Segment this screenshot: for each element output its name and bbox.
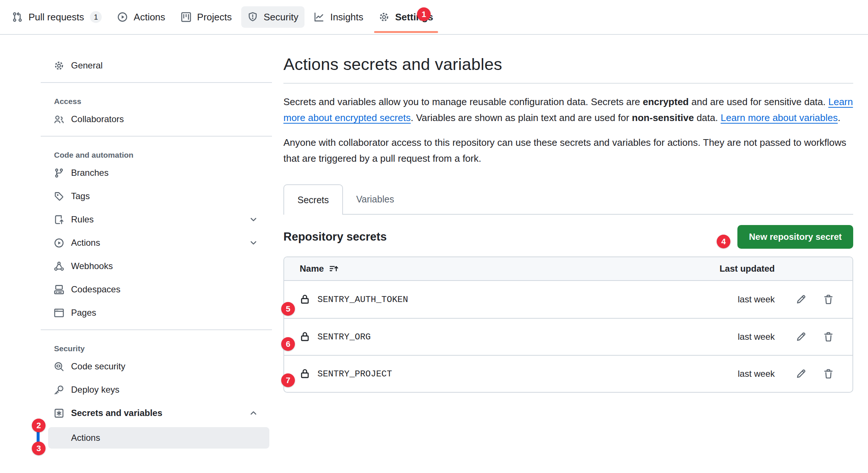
key-asterisk-icon	[54, 408, 64, 418]
sidebar-item-actions[interactable]: Actions	[41, 234, 272, 252]
sidebar-section-security: Security	[41, 340, 272, 358]
tab-pull-requests[interactable]: Pull requests 1	[4, 0, 110, 34]
sidebar-item-label: Code security	[71, 361, 125, 372]
graph-icon	[314, 12, 324, 22]
sidebar-item-label: Webhooks	[71, 261, 113, 271]
intro-text: .	[838, 112, 840, 123]
sidebar-item-deploy-keys[interactable]: Deploy keys	[41, 381, 272, 399]
intro-text: and are used for sensitive data.	[689, 96, 828, 107]
browser-icon	[54, 308, 64, 318]
delete-trash-icon[interactable]	[823, 294, 834, 305]
secret-row: SENTRY_ORG last week	[284, 318, 852, 355]
project-icon	[181, 12, 191, 22]
collaborator-access-paragraph: Anyone with collaborator access to this …	[283, 135, 853, 167]
repository-secrets-header-row: Repository secrets New repository secret	[283, 225, 853, 249]
sidebar-item-branches[interactable]: Branches	[41, 164, 272, 182]
lock-icon	[300, 332, 310, 342]
secret-name-cell: SENTRY_PROJECT	[300, 369, 712, 379]
secret-row-actions	[775, 294, 834, 305]
git-branch-icon	[54, 168, 64, 178]
sidebar-item-label: Branches	[71, 168, 108, 178]
sidebar-divider	[41, 136, 272, 137]
sidebar-item-label: General	[71, 60, 102, 71]
repository-secrets-heading: Repository secrets	[283, 230, 387, 244]
play-icon	[117, 12, 128, 22]
annotation-badge-3: 3	[32, 442, 46, 455]
webhook-icon	[54, 261, 64, 271]
tab-insights[interactable]: Insights	[306, 0, 371, 34]
sidebar-item-pages[interactable]: Pages	[41, 304, 272, 322]
sidebar-item-secrets-and-variables[interactable]: Secrets and variables	[41, 404, 272, 422]
title-divider	[283, 83, 853, 84]
sidebar-subitem-label: Actions	[71, 433, 100, 443]
sidebar-item-label: Collaborators	[71, 114, 124, 124]
secret-name: SENTRY_PROJECT	[317, 369, 392, 379]
non-sensitive-emphasis: non-sensitive	[632, 112, 694, 123]
secret-name-cell: SENTRY_AUTH_TOKEN	[300, 294, 712, 305]
key-icon	[54, 385, 64, 395]
secret-row: SENTRY_PROJECT last week	[284, 355, 852, 392]
annotation-badge-4: 4	[717, 235, 730, 248]
new-repository-secret-button[interactable]: New repository secret	[737, 225, 853, 249]
learn-more-variables-link[interactable]: Learn more about variables	[721, 112, 838, 123]
gear-icon	[379, 12, 389, 22]
secret-name: SENTRY_AUTH_TOKEN	[317, 295, 408, 305]
codescan-icon	[54, 362, 64, 372]
tab-security-label: Security	[264, 11, 299, 23]
secret-updated: last week	[712, 369, 775, 379]
tab-pull-requests-label: Pull requests	[28, 11, 84, 23]
lock-icon	[300, 294, 310, 305]
name-column-label: Name	[300, 264, 324, 274]
intro-text: data.	[694, 112, 720, 123]
sidebar-item-label: Tags	[71, 191, 90, 201]
tag-icon	[54, 191, 64, 201]
tab-actions[interactable]: Actions	[110, 0, 173, 34]
sidebar-item-codespaces[interactable]: Codespaces	[41, 281, 272, 298]
codespaces-icon	[54, 285, 64, 295]
sidebar-item-label: Actions	[71, 238, 100, 248]
annotation-badge-1: 1	[417, 7, 431, 21]
play-icon	[54, 238, 64, 248]
annotation-badge-2: 2	[32, 419, 46, 432]
secret-row: SENTRY_AUTH_TOKEN last week	[284, 281, 852, 318]
delete-trash-icon[interactable]	[823, 368, 834, 379]
intro-text: . Variables are shown as plain text and …	[411, 112, 632, 123]
name-column-header[interactable]: Name	[300, 264, 712, 274]
secret-updated: last week	[712, 294, 775, 305]
delete-trash-icon[interactable]	[823, 331, 834, 342]
tab-settings[interactable]: Settings	[371, 0, 441, 34]
tab-projects-label: Projects	[197, 11, 232, 23]
sidebar-item-label: Secrets and variables	[71, 408, 162, 418]
tab-actions-label: Actions	[134, 11, 165, 23]
sidebar-item-code-security[interactable]: Code security	[41, 358, 272, 375]
sidebar-subitem-actions-selected[interactable]: Actions	[48, 427, 269, 449]
edit-pencil-icon[interactable]	[795, 294, 807, 305]
intro-paragraph: Secrets and variables allow you to manag…	[283, 94, 853, 126]
page-title: Actions secrets and variables	[283, 55, 853, 74]
sidebar-divider	[41, 82, 272, 83]
tab-insights-label: Insights	[330, 11, 363, 23]
secrets-table-header: Name Last updated	[284, 257, 852, 281]
sidebar-item-tags[interactable]: Tags	[41, 187, 272, 205]
encrypted-emphasis: encrypted	[643, 96, 689, 107]
secret-name: SENTRY_ORG	[317, 332, 371, 342]
edit-pencil-icon[interactable]	[795, 368, 807, 379]
sidebar-item-label: Codespaces	[71, 284, 120, 295]
annotation-badge-5: 5	[281, 302, 295, 316]
edit-pencil-icon[interactable]	[795, 331, 807, 342]
annotation-badge-7: 7	[281, 373, 295, 387]
chevron-up-icon	[249, 409, 258, 417]
rules-icon	[54, 215, 64, 225]
shield-icon	[248, 12, 258, 22]
tab-security[interactable]: Security	[240, 0, 306, 34]
intro-text: Secrets and variables allow you to manag…	[283, 96, 643, 107]
sidebar-item-collaborators[interactable]: Collaborators	[41, 110, 272, 128]
tab-variables-label: Variables	[356, 194, 394, 205]
sidebar-item-general[interactable]: General	[41, 57, 272, 74]
tab-projects[interactable]: Projects	[173, 0, 240, 34]
chevron-down-icon	[249, 238, 258, 247]
sidebar-item-webhooks[interactable]: Webhooks	[41, 257, 272, 275]
tab-variables[interactable]: Variables	[343, 184, 407, 214]
tab-secrets[interactable]: Secrets	[283, 184, 343, 215]
sidebar-item-rules[interactable]: Rules	[41, 211, 272, 228]
